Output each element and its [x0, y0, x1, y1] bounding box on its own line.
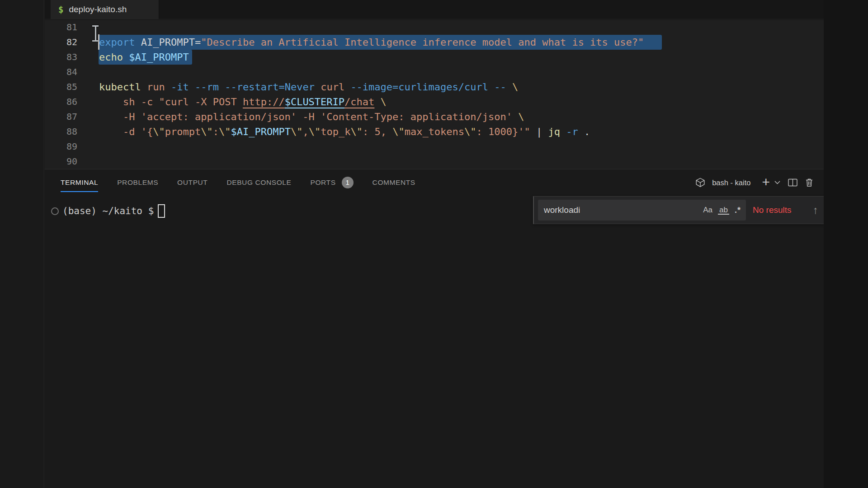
code-line[interactable]: 81: [45, 20, 824, 35]
vscode-window: $ deploy-kaito.sh 8182export AI_PROMPT="…: [0, 0, 868, 488]
panel-tab-label: COMMENTS: [373, 178, 415, 187]
ports-badge: 1: [342, 177, 354, 188]
panel-tab-comments[interactable]: COMMENTS: [373, 169, 415, 196]
panel-tab-debug-console[interactable]: DEBUG CONSOLE: [226, 169, 291, 196]
code-text: sh -c "curl -X POST http://$CLUSTERIP/ch…: [77, 94, 387, 109]
code-line[interactable]: 87 -H 'accept: application/json' -H 'Con…: [45, 109, 824, 124]
find-query-text: workloadi: [538, 205, 580, 215]
kill-terminal-trash-icon[interactable]: [805, 178, 814, 188]
tab-filename: deploy-kaito.sh: [69, 5, 127, 14]
panel-tab-bar: TERMINALPROBLEMSOUTPUTDEBUG CONSOLEPORTS…: [61, 169, 415, 196]
terminal-bash-icon: [695, 178, 705, 188]
code-line[interactable]: 82export AI_PROMPT="Describe an Artifici…: [45, 35, 824, 50]
panel-tab-problems[interactable]: PROBLEMS: [117, 169, 158, 196]
code-text: echo $AI_PROMPT: [77, 50, 189, 65]
shell-script-icon: $: [58, 5, 63, 14]
panel-tab-ports[interactable]: PORTS1: [310, 169, 353, 196]
line-number: 84: [45, 65, 77, 80]
find-input[interactable]: workloadi Aa ab .*: [538, 200, 746, 221]
terminal-prompt: (base) ~/kaito $: [62, 206, 154, 216]
line-number: 81: [45, 20, 77, 35]
code-text: [77, 154, 99, 169]
code-text: export AI_PROMPT="Describe an Artificial…: [77, 35, 644, 50]
line-number: 88: [45, 124, 77, 139]
editor-tab-bar: $ deploy-kaito.sh: [45, 0, 824, 19]
line-number: 83: [45, 50, 77, 65]
workbench-main: $ deploy-kaito.sh 8182export AI_PROMPT="…: [45, 0, 824, 488]
code-editor[interactable]: 8182export AI_PROMPT="Describe an Artifi…: [45, 20, 824, 169]
command-decoration-icon[interactable]: [51, 207, 59, 215]
find-option-icons: Aa ab .*: [702, 205, 742, 216]
bottom-panel: TERMINALPROBLEMSOUTPUTDEBUG CONSOLEPORTS…: [45, 169, 824, 488]
line-number: 87: [45, 109, 77, 124]
line-number: 90: [45, 154, 77, 169]
panel-tab-label: PORTS: [310, 178, 335, 187]
terminal-find-widget: workloadi Aa ab .* No results ↑: [533, 196, 824, 224]
line-number: 89: [45, 139, 77, 154]
split-terminal-icon[interactable]: [788, 178, 798, 187]
chevron-down-icon[interactable]: [774, 180, 781, 185]
code-text: [77, 65, 99, 80]
code-line[interactable]: 90: [45, 154, 824, 169]
code-text: -H 'accept: application/json' -H 'Conten…: [77, 109, 524, 124]
right-background: [824, 0, 868, 488]
code-line[interactable]: 84: [45, 65, 824, 80]
code-line[interactable]: 89: [45, 139, 824, 154]
line-number: 86: [45, 94, 77, 109]
code-text: -d '{\"prompt\":\"$AI_PROMPT\",\"top_k\"…: [77, 124, 590, 139]
panel-tab-label: TERMINAL: [61, 178, 98, 187]
code-lines: 8182export AI_PROMPT="Describe an Artifi…: [45, 20, 824, 169]
regex-icon[interactable]: .*: [733, 205, 742, 216]
line-number: 85: [45, 80, 77, 94]
panel-tab-label: OUTPUT: [177, 178, 208, 187]
code-text: [77, 139, 99, 154]
panel-tab-output[interactable]: OUTPUT: [177, 169, 208, 196]
code-line[interactable]: 86 sh -c "curl -X POST http://$CLUSTERIP…: [45, 94, 824, 109]
terminal-cursor: [158, 204, 165, 218]
panel-actions: bash - kaito +: [695, 169, 814, 196]
code-line[interactable]: 83echo $AI_PROMPT: [45, 50, 824, 65]
match-case-icon[interactable]: Aa: [702, 205, 714, 215]
find-status-text: No results: [753, 205, 792, 215]
terminal-instance-label[interactable]: bash - kaito: [712, 178, 750, 187]
code-text: kubectl run -it --rm --restart=Never cur…: [77, 80, 518, 94]
panel-tab-terminal[interactable]: TERMINAL: [61, 169, 98, 196]
mouse-ibeam-cursor: [90, 25, 100, 42]
code-line[interactable]: 88 -d '{\"prompt\":\"$AI_PROMPT\",\"top_…: [45, 124, 824, 139]
tab-deploy-kaito[interactable]: $ deploy-kaito.sh: [51, 0, 159, 19]
whole-word-icon[interactable]: ab: [718, 206, 729, 215]
left-gutter: [0, 0, 44, 488]
code-line[interactable]: 85kubectl run -it --rm --restart=Never c…: [45, 80, 824, 94]
terminal-command-row[interactable]: (base) ~/kaito $: [45, 205, 154, 217]
panel-tab-label: DEBUG CONSOLE: [226, 178, 291, 187]
line-number: 82: [45, 35, 77, 50]
panel-tab-label: PROBLEMS: [117, 178, 158, 187]
find-previous-icon[interactable]: ↑: [813, 204, 818, 216]
